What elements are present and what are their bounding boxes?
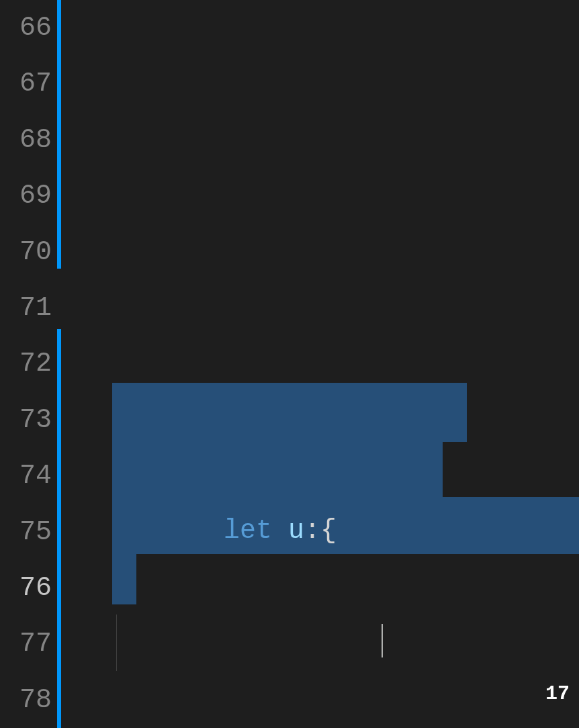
text-selection: [112, 383, 467, 442]
line-number: 73: [0, 392, 52, 448]
line-number: 71: [0, 280, 52, 336]
line-number: 75: [0, 504, 52, 560]
line-number: 77: [0, 616, 52, 672]
code-line[interactable]: let u:{: [62, 447, 579, 503]
line-number: 69: [0, 168, 52, 224]
line-number: 76: [0, 560, 52, 616]
code-area[interactable]: let u:{ name:string age:number gender:"男…: [62, 0, 579, 728]
punctuation: :{: [304, 516, 337, 546]
variable: u: [288, 516, 304, 546]
slide-number-badge: 17: [545, 673, 570, 715]
line-number: 70: [0, 224, 52, 280]
line-number: 74: [0, 448, 52, 504]
text-cursor-icon: [382, 624, 383, 657]
line-number: 66: [0, 0, 52, 56]
line-number-gutter: 66 67 68 69 70 71 72 73 74 75 76 77 78: [0, 0, 57, 728]
indent: [159, 516, 224, 546]
code-editor[interactable]: 66 67 68 69 70 71 72 73 74 75 76 77 78 l…: [0, 0, 579, 728]
line-number: 67: [0, 56, 52, 111]
modified-indicator: [57, 0, 62, 728]
keyword: let: [224, 516, 272, 546]
code-line[interactable]: name:string: [62, 615, 579, 670]
line-number: 78: [0, 672, 52, 728]
line-number: 72: [0, 336, 52, 392]
line-number: 68: [0, 112, 52, 168]
